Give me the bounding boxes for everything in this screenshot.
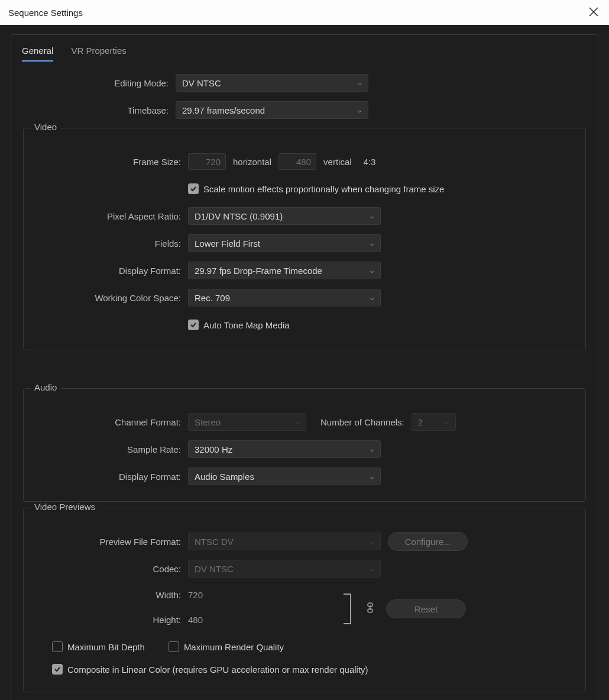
preview-height-value: 480 bbox=[188, 615, 203, 625]
sample-rate-value: 32000 Hz bbox=[195, 444, 232, 454]
codec-label: Codec: bbox=[30, 564, 188, 574]
vertical-text: vertical bbox=[323, 157, 352, 167]
timebase-value: 29.97 frames/second bbox=[182, 105, 265, 115]
reset-button: Reset bbox=[386, 599, 466, 618]
video-display-format-label: Display Format: bbox=[30, 266, 188, 276]
working-color-space-dropdown[interactable]: Rec. 709 ⌵ bbox=[188, 289, 381, 307]
editing-mode-value: DV NTSC bbox=[182, 78, 221, 88]
working-color-space-label: Working Color Space: bbox=[30, 293, 188, 303]
num-channels-label: Number of Channels: bbox=[320, 417, 404, 427]
chevron-down-icon: ⌵ bbox=[370, 294, 374, 302]
channel-format-label: Channel Format: bbox=[30, 417, 188, 427]
video-display-format-value: 29.97 fps Drop-Frame Timecode bbox=[195, 266, 322, 276]
video-previews-legend: Video Previews bbox=[31, 502, 99, 512]
editing-mode-dropdown[interactable]: DV NTSC ⌵ bbox=[176, 74, 368, 92]
tab-bar: General VR Properties bbox=[11, 35, 598, 62]
max-render-quality-label: Maximum Render Quality bbox=[184, 642, 284, 652]
auto-tone-map-label: Auto Tone Map Media bbox=[203, 320, 290, 330]
scale-motion-checkbox[interactable]: Scale motion effects proportionally when… bbox=[188, 183, 444, 194]
chevron-down-icon: ⌵ bbox=[296, 418, 300, 426]
configure-button: Configure... bbox=[388, 532, 468, 551]
channel-format-value: Stereo bbox=[195, 417, 221, 427]
audio-display-format-label: Display Format: bbox=[30, 472, 188, 482]
channel-format-dropdown: Stereo ⌵ bbox=[188, 413, 306, 431]
chevron-down-icon: ⌵ bbox=[370, 240, 374, 247]
preview-file-format-value: NTSC DV bbox=[195, 537, 234, 547]
video-legend: Video bbox=[31, 122, 60, 132]
close-icon[interactable] bbox=[587, 6, 601, 20]
preview-file-format-dropdown: NTSC DV ⌵ bbox=[188, 533, 381, 550]
chevron-down-icon: ⌵ bbox=[370, 212, 374, 220]
horizontal-text: horizontal bbox=[233, 157, 271, 167]
num-channels-value: 2 bbox=[418, 417, 423, 427]
title-bar: Sequence Settings bbox=[0, 0, 609, 25]
audio-fieldset: Audio Channel Format: Stereo ⌵ Number of… bbox=[23, 388, 586, 502]
timebase-dropdown[interactable]: 29.97 frames/second ⌵ bbox=[176, 101, 368, 119]
window-title: Sequence Settings bbox=[8, 8, 83, 18]
num-channels-dropdown: 2 ⌵ bbox=[412, 413, 456, 431]
preview-width-label: Width: bbox=[30, 590, 188, 600]
sample-rate-dropdown[interactable]: 32000 Hz ⌵ bbox=[188, 440, 381, 458]
audio-display-format-dropdown[interactable]: Audio Samples ⌵ bbox=[188, 467, 381, 485]
chevron-down-icon: ⌵ bbox=[370, 446, 374, 453]
working-color-space-value: Rec. 709 bbox=[195, 293, 230, 303]
max-bit-depth-checkbox[interactable]: Maximum Bit Depth bbox=[52, 641, 145, 652]
video-display-format-dropdown[interactable]: 29.97 fps Drop-Frame Timecode ⌵ bbox=[188, 262, 381, 279]
preview-file-format-label: Preview File Format: bbox=[30, 537, 188, 547]
chevron-down-icon: ⌵ bbox=[370, 267, 374, 275]
pixel-aspect-ratio-dropdown[interactable]: D1/DV NTSC (0.9091) ⌵ bbox=[188, 207, 381, 225]
frame-height-input: 480 bbox=[278, 153, 316, 170]
preview-height-label: Height: bbox=[30, 615, 188, 625]
auto-tone-map-checkbox[interactable]: Auto Tone Map Media bbox=[188, 320, 290, 330]
sample-rate-label: Sample Rate: bbox=[30, 444, 188, 454]
chevron-down-icon: ⌵ bbox=[370, 565, 374, 573]
frame-width-input: 720 bbox=[188, 153, 226, 170]
link-bracket-icon bbox=[341, 593, 354, 625]
fields-dropdown[interactable]: Lower Field First ⌵ bbox=[188, 234, 381, 252]
max-bit-depth-label: Maximum Bit Depth bbox=[67, 642, 145, 652]
tab-general[interactable]: General bbox=[22, 40, 53, 62]
chevron-down-icon: ⌵ bbox=[445, 418, 449, 426]
preview-width-value: 720 bbox=[188, 590, 203, 600]
codec-value: DV NTSC bbox=[195, 564, 234, 574]
audio-display-format-value: Audio Samples bbox=[195, 472, 254, 482]
chevron-down-icon: ⌵ bbox=[370, 473, 374, 480]
max-render-quality-checkbox[interactable]: Maximum Render Quality bbox=[169, 641, 284, 652]
video-previews-fieldset: Video Previews Preview File Format: NTSC… bbox=[23, 508, 586, 692]
video-fieldset: Video Frame Size: 720 horizontal 480 ver… bbox=[23, 128, 586, 350]
codec-dropdown: DV NTSC ⌵ bbox=[188, 560, 381, 578]
timebase-label: Timebase: bbox=[17, 105, 176, 115]
composite-linear-checkbox[interactable]: Composite in Linear Color (requires GPU … bbox=[52, 664, 368, 675]
tab-vr-properties[interactable]: VR Properties bbox=[71, 40, 126, 62]
composite-linear-label: Composite in Linear Color (requires GPU … bbox=[67, 664, 368, 675]
frame-size-label: Frame Size: bbox=[30, 157, 188, 167]
editing-mode-label: Editing Mode: bbox=[17, 78, 176, 88]
link-icon[interactable] bbox=[361, 602, 379, 615]
chevron-down-icon: ⌵ bbox=[370, 538, 374, 546]
fields-label: Fields: bbox=[30, 238, 188, 249]
chevron-down-icon: ⌵ bbox=[358, 107, 362, 114]
settings-panel: General VR Properties Editing Mode: DV N… bbox=[11, 34, 598, 700]
pixel-aspect-ratio-value: D1/DV NTSC (0.9091) bbox=[195, 211, 283, 221]
pixel-aspect-ratio-label: Pixel Aspect Ratio: bbox=[30, 211, 188, 221]
chevron-down-icon: ⌵ bbox=[358, 79, 362, 87]
audio-legend: Audio bbox=[31, 382, 60, 392]
aspect-ratio-text: 4:3 bbox=[364, 157, 376, 167]
fields-value: Lower Field First bbox=[195, 238, 260, 249]
scale-motion-label: Scale motion effects proportionally when… bbox=[203, 184, 444, 194]
